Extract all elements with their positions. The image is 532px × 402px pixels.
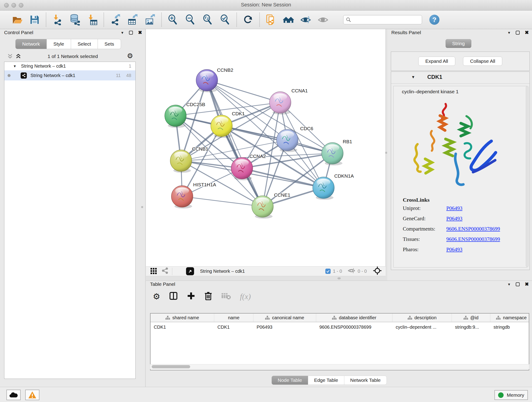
edge-CCNE1-HIST1H1A[interactable]: [182, 196, 263, 206]
network-options-gear-icon[interactable]: ⚙: [127, 52, 133, 59]
panel-menu-icon[interactable]: ▼: [507, 31, 511, 35]
float-panel-icon[interactable]: [516, 31, 520, 35]
refresh-button[interactable]: [242, 14, 254, 26]
zoom-selected-button[interactable]: [220, 14, 231, 26]
export-table-button[interactable]: [127, 14, 138, 26]
protein-header[interactable]: ▼ CDK1: [391, 72, 530, 84]
zoom-in-button[interactable]: [167, 14, 179, 26]
node-CCNA1[interactable]: [269, 92, 291, 115]
table-row[interactable]: CDK1CDK1P064939606.ENSP00000378699cyclin…: [151, 322, 529, 332]
hidden-eye-icon[interactable]: [348, 267, 355, 275]
cell-name[interactable]: CDK1: [214, 325, 253, 330]
cell-shared-name[interactable]: CDK1: [151, 325, 214, 330]
node-RB1[interactable]: [322, 143, 343, 166]
column-header-name[interactable]: name: [214, 313, 253, 322]
results-scrollbar[interactable]: [526, 86, 529, 267]
search-input[interactable]: [353, 17, 419, 22]
crosshair-icon[interactable]: [373, 266, 382, 276]
cell-namespace[interactable]: stringdb: [490, 325, 529, 330]
export-image-button[interactable]: [144, 14, 156, 26]
network-share-icon[interactable]: [161, 267, 169, 276]
column-header-namespace[interactable]: namespace: [490, 313, 529, 322]
column-header-@id[interactable]: @id: [452, 313, 490, 322]
tab-style[interactable]: Style: [47, 39, 71, 49]
float-panel-icon[interactable]: [516, 282, 520, 286]
hide-selected-button[interactable]: [300, 14, 312, 26]
open-session-button[interactable]: [12, 14, 23, 26]
collapse-all-button[interactable]: Collapse All: [463, 57, 502, 66]
table-options-gear-icon[interactable]: ⚙: [153, 293, 160, 300]
tab-edge-table[interactable]: Edge Table: [308, 376, 344, 385]
close-panel-icon[interactable]: ✖: [525, 30, 529, 35]
column-header-shared-name[interactable]: shared name: [151, 313, 214, 322]
clone-network-button[interactable]: [265, 14, 277, 26]
delete-column-icon[interactable]: [204, 291, 212, 302]
string-network-graph[interactable]: CCNB2CCNA1CDC25BCDK1CDC6RB1CCNB1CCNA2CDK…: [146, 29, 386, 266]
tab-network-table[interactable]: Network Table: [344, 376, 387, 385]
node-table[interactable]: shared namenamecanonical namedatabase id…: [150, 313, 529, 370]
column-header-canonical-name[interactable]: canonical name: [253, 313, 316, 322]
save-floppy-icon: [29, 14, 40, 25]
node-CDC6[interactable]: [277, 129, 298, 152]
edge-CCNB2-CCNA1[interactable]: [207, 80, 280, 102]
node-CCNB1[interactable]: [170, 150, 192, 173]
tab-sets[interactable]: Sets: [98, 39, 121, 49]
import-network-file-button[interactable]: [52, 14, 63, 26]
column-header-description[interactable]: description: [393, 313, 452, 322]
splitter-handle[interactable]: [141, 206, 143, 208]
splitter-handle[interactable]: [385, 152, 387, 154]
cloud-button[interactable]: [6, 390, 21, 400]
tab-network[interactable]: Network: [15, 39, 47, 49]
grid-view-icon[interactable]: [150, 267, 158, 276]
network-row-selected[interactable]: String Network – cdk1 11 48: [4, 70, 135, 80]
cell-description[interactable]: cyclin–dependent ...: [393, 325, 452, 330]
memory-button[interactable]: Memory: [494, 390, 528, 400]
crosslink-link[interactable]: P06493: [446, 216, 462, 222]
cell-@id[interactable]: stringdb:9...: [452, 325, 490, 330]
edge-CCNE1-CCNB2[interactable]: [207, 80, 263, 206]
column-header-database-identifier[interactable]: database identifier: [316, 313, 393, 322]
tab-node-table[interactable]: Node Table: [272, 376, 308, 385]
network-collection-row[interactable]: ▼ String Network – cdk1 1: [4, 62, 135, 70]
float-panel-icon[interactable]: [129, 31, 133, 35]
import-network-database-button[interactable]: [69, 14, 81, 26]
string-results-tab[interactable]: String: [446, 39, 471, 48]
expand-all-button[interactable]: Expand All: [418, 57, 455, 66]
crosslink-link[interactable]: 9606.ENSP00000378699: [446, 236, 500, 242]
close-panel-icon[interactable]: ✖: [525, 281, 529, 287]
tree-expand-icon[interactable]: ▼: [13, 64, 17, 68]
panel-menu-icon[interactable]: ▼: [121, 31, 124, 35]
node-HIST1H1A[interactable]: [171, 186, 193, 209]
crosslink-link[interactable]: 9606.ENSP00000378699: [446, 226, 500, 232]
help-button[interactable]: ?: [429, 15, 439, 25]
add-column-icon[interactable]: [187, 292, 196, 301]
node-CCNE1[interactable]: [252, 196, 273, 219]
show-columns-icon[interactable]: [169, 291, 178, 302]
save-session-button[interactable]: [29, 14, 40, 26]
cell-database-identifier[interactable]: 9606.ENSP00000378699: [316, 325, 393, 330]
export-network-button[interactable]: [109, 14, 121, 26]
table-h-scrollbar[interactable]: [150, 364, 529, 369]
zoom-out-button[interactable]: [185, 14, 196, 26]
node-CDK1[interactable]: [211, 115, 232, 138]
cell-canonical-name[interactable]: P06493: [253, 325, 316, 330]
birds-eye-view-icon[interactable]: [186, 267, 194, 275]
import-table-file-button[interactable]: [87, 14, 98, 26]
splitter-handle[interactable]: [337, 277, 341, 279]
show-all-button[interactable]: [317, 14, 329, 26]
first-neighbors-button[interactable]: [283, 14, 294, 26]
collapse-section-icon[interactable]: ▼: [411, 75, 415, 80]
warnings-button[interactable]: [25, 390, 39, 400]
network-canvas[interactable]: CCNB2CCNA1CDC25BCDK1CDC6RB1CCNB1CCNA2CDK…: [146, 29, 386, 266]
panel-menu-icon[interactable]: ▼: [507, 282, 511, 286]
close-panel-icon[interactable]: ✖: [138, 30, 142, 35]
node-CDC25B[interactable]: [165, 105, 186, 128]
tab-select[interactable]: Select: [71, 39, 98, 49]
crosslink-link[interactable]: P06493: [446, 205, 462, 211]
crosslink-link[interactable]: P06493: [446, 247, 462, 253]
scrollbar-thumb[interactable]: [152, 365, 190, 368]
toolbar-search[interactable]: [343, 15, 422, 24]
selected-checkbox-icon[interactable]: [325, 269, 331, 274]
zoom-fit-button[interactable]: [202, 14, 214, 26]
node-CDKN1A[interactable]: [313, 177, 334, 200]
